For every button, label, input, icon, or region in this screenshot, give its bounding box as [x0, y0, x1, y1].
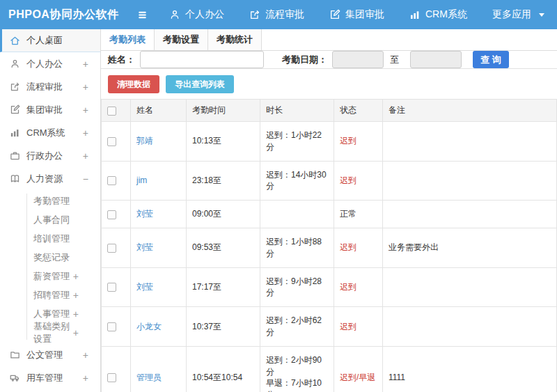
row-checkbox[interactable] [107, 176, 116, 185]
submenu-item-reward-punishment[interactable]: 奖惩记录 [0, 248, 100, 267]
submenu-item-recruitment-management[interactable]: 招聘管理 + [0, 285, 100, 304]
submenu-item-label: 招聘管理 [33, 289, 73, 301]
topnav-more-apps[interactable]: 更多应用 [492, 8, 544, 21]
employee-name-link[interactable]: 刘莹 [136, 242, 153, 252]
status-badge: 正常 [340, 209, 356, 219]
name-label: 姓名： [108, 54, 135, 66]
bar-chart-icon [409, 9, 421, 20]
col-header-name: 姓名 [131, 100, 187, 122]
date-from-input[interactable] [332, 51, 384, 68]
submenu-item-hr-contract[interactable]: 人事合同 [0, 210, 100, 229]
sidebar-item-crm-system[interactable]: CRM系统 + [0, 121, 100, 144]
briefcase-icon [10, 150, 20, 161]
remark-cell [383, 161, 557, 201]
topnav-label: 更多应用 [492, 8, 531, 21]
action-buttons: 清理数据 导出查询列表 [101, 69, 557, 99]
topnav-group-approval[interactable]: 集团审批 [329, 8, 384, 21]
attendance-table: 姓名 考勤时间 时长 状态 备注 郭靖 10:13至 迟到：1小时22分 迟到 [101, 99, 557, 392]
sidebar-item-workflow-approval[interactable]: 流程审批 + [0, 75, 100, 98]
sidebar-item-label: 行政办公 [26, 150, 83, 162]
topnav-crm-system[interactable]: CRM系统 [409, 8, 467, 21]
attendance-date-label: 考勤日期： [282, 54, 327, 66]
attendance-time: 10:13至 [187, 122, 260, 162]
submenu-item-training-management[interactable]: 培训管理 [0, 229, 100, 248]
to-label: 至 [390, 54, 399, 66]
employee-name-link[interactable]: 小龙女 [136, 322, 162, 331]
tab-attendance-list[interactable]: 考勤列表 [101, 29, 155, 50]
table-row: 刘莹 09:53至 迟到：1小时88分 迟到 业务需要外出 [102, 228, 557, 267]
export-list-button[interactable]: 导出查询列表 [166, 75, 234, 93]
sidebar-item-label: 用车管理 [26, 372, 83, 384]
expand-plus-icon[interactable]: + [83, 81, 88, 93]
collapse-minus-icon[interactable]: − [83, 173, 88, 185]
remark-cell [383, 122, 557, 162]
row-checkbox[interactable] [107, 137, 116, 146]
row-checkbox[interactable] [107, 210, 116, 219]
submenu-item-label: 考勤管理 [33, 195, 79, 207]
topnav-workflow-approval[interactable]: 流程审批 [249, 8, 304, 21]
submenu-item-salary-management[interactable]: 薪资管理 + [0, 267, 100, 285]
submenu-item-label: 培训管理 [33, 233, 79, 245]
employee-name-link[interactable]: jim [136, 175, 147, 185]
share-arrow-icon [10, 81, 20, 92]
sidebar-item-admin-office[interactable]: 行政办公 + [0, 144, 100, 167]
expand-plus-icon[interactable]: + [83, 350, 88, 361]
sidebar-item-label: 个人桌面 [26, 34, 88, 47]
sidebar-item-vehicle-management[interactable]: 用车管理 + [0, 366, 100, 389]
sidebar-item-human-resources[interactable]: 人力资源 − [0, 167, 100, 190]
expand-plus-icon[interactable]: + [83, 150, 88, 162]
topnav-label: 集团审批 [345, 8, 384, 21]
app-logo: PHPOA协同办公软件 [0, 8, 104, 22]
expand-plus-icon[interactable]: + [73, 271, 79, 282]
submenu-item-label: 薪资管理 [33, 270, 73, 283]
table-row: 小龙女 10:37至 迟到：2小时62分 迟到 [102, 307, 557, 347]
submenu-item-label: 人事合同 [33, 214, 79, 226]
clean-data-button[interactable]: 清理数据 [108, 75, 159, 93]
sidebar-item-personal-desktop[interactable]: 个人桌面 [0, 29, 100, 52]
table-row: 郭靖 10:13至 迟到：1小时22分 迟到 [102, 122, 557, 162]
expand-plus-icon[interactable]: + [83, 58, 88, 70]
duration-cell: 迟到：14小时30分 [260, 161, 334, 201]
sidebar-item-personal-office[interactable]: 个人办公 + [0, 52, 100, 75]
row-checkbox[interactable] [107, 244, 116, 253]
folder-icon [10, 350, 20, 360]
table-row: 管理员 10:54至10:54 迟到：2小时90分早退：7小时10分 迟到/早退… [102, 346, 557, 392]
row-checkbox[interactable] [107, 283, 116, 292]
expand-plus-icon[interactable]: + [83, 104, 88, 116]
row-checkbox[interactable] [107, 373, 116, 382]
share-arrow-icon [249, 9, 260, 20]
topnav-personal-office[interactable]: 个人办公 [169, 8, 224, 21]
submenu-item-attendance-management[interactable]: 考勤管理 [0, 191, 100, 210]
employee-name-link[interactable]: 刘莹 [136, 282, 153, 292]
status-badge: 迟到 [340, 322, 356, 331]
user-icon [10, 58, 20, 69]
status-badge: 迟到 [340, 175, 356, 185]
expand-plus-icon[interactable]: + [73, 290, 79, 301]
status-badge: 迟到/早退 [340, 373, 375, 382]
remark-cell [383, 307, 557, 347]
col-header-remark: 备注 [383, 100, 557, 122]
row-checkbox[interactable] [107, 322, 116, 331]
expand-plus-icon[interactable]: + [83, 127, 88, 139]
sidebar-item-document-management[interactable]: 公文管理 + [0, 343, 100, 366]
menu-toggle-icon[interactable] [136, 10, 148, 20]
edit-square-icon [10, 104, 20, 115]
employee-name-link[interactable]: 管理员 [136, 373, 162, 382]
topnav-label: CRM系统 [425, 8, 467, 21]
name-input[interactable] [140, 51, 264, 68]
submenu-item-base-category-settings[interactable]: 基础类别设置 + [0, 323, 100, 342]
employee-name-link[interactable]: 郭靖 [136, 136, 153, 146]
expand-plus-icon[interactable]: + [73, 308, 79, 320]
search-bar: 姓名： 考勤日期： 至 查 询 [101, 51, 557, 69]
tab-attendance-settings[interactable]: 考勤设置 [155, 29, 208, 50]
expand-plus-icon[interactable]: + [83, 373, 88, 384]
date-to-input[interactable] [410, 51, 462, 68]
topnav-label: 流程审批 [265, 8, 304, 21]
search-button[interactable]: 查 询 [473, 51, 509, 68]
select-all-checkbox[interactable] [107, 107, 116, 116]
sidebar-item-group-approval[interactable]: 集团审批 + [0, 98, 100, 121]
employee-name-link[interactable]: 刘莹 [136, 209, 153, 219]
table-row: jim 23:18至 迟到：14小时30分 迟到 [102, 161, 557, 201]
tab-attendance-statistics[interactable]: 考勤统计 [208, 29, 262, 50]
expand-plus-icon[interactable]: + [73, 327, 79, 338]
